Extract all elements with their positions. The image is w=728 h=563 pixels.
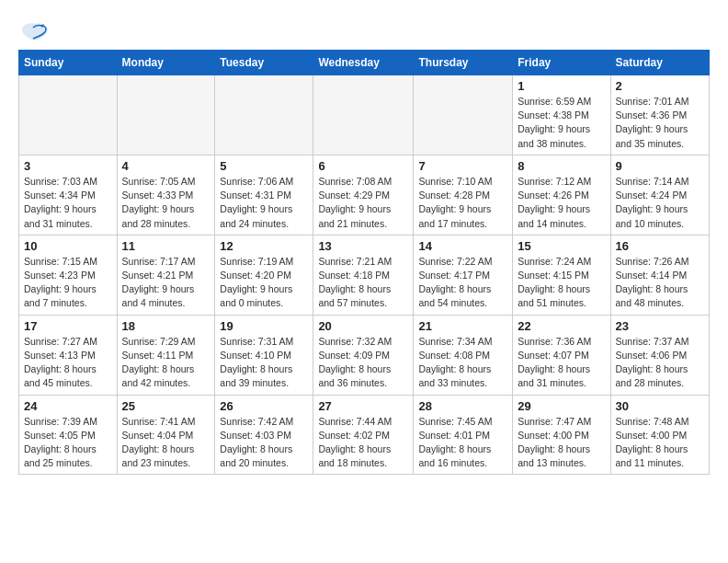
day-number: 22 [518,319,605,333]
calendar-day-cell: 30Sunrise: 7:48 AM Sunset: 4:00 PM Dayli… [610,395,710,475]
day-number: 28 [418,399,507,413]
day-info: Sunrise: 7:17 AM Sunset: 4:21 PM Dayligh… [122,255,210,311]
day-number: 3 [24,159,112,173]
day-number: 17 [24,319,112,333]
day-number: 26 [220,399,308,413]
header [18,18,710,42]
calendar-day-cell: 3Sunrise: 7:03 AM Sunset: 4:34 PM Daylig… [19,155,118,235]
day-number: 30 [616,399,705,413]
day-info: Sunrise: 7:22 AM Sunset: 4:17 PM Dayligh… [418,255,507,311]
calendar-day-cell: 18Sunrise: 7:29 AM Sunset: 4:11 PM Dayli… [117,315,215,395]
day-number: 10 [24,239,112,253]
day-number: 7 [418,159,507,173]
calendar-day-cell: 26Sunrise: 7:42 AM Sunset: 4:03 PM Dayli… [215,395,313,475]
day-info: Sunrise: 7:37 AM Sunset: 4:06 PM Dayligh… [616,335,705,391]
calendar-day-cell [19,75,118,155]
calendar-day-cell: 4Sunrise: 7:05 AM Sunset: 4:33 PM Daylig… [117,155,215,235]
calendar-day-cell: 29Sunrise: 7:47 AM Sunset: 4:00 PM Dayli… [513,395,610,475]
day-info: Sunrise: 7:26 AM Sunset: 4:14 PM Dayligh… [616,255,705,311]
day-info: Sunrise: 7:15 AM Sunset: 4:23 PM Dayligh… [24,255,112,311]
day-info: Sunrise: 7:03 AM Sunset: 4:34 PM Dayligh… [24,175,112,231]
day-info: Sunrise: 7:12 AM Sunset: 4:26 PM Dayligh… [518,175,605,231]
day-info: Sunrise: 7:36 AM Sunset: 4:07 PM Dayligh… [518,335,605,391]
calendar-day-cell: 17Sunrise: 7:27 AM Sunset: 4:13 PM Dayli… [19,315,118,395]
day-number: 8 [518,159,605,173]
day-info: Sunrise: 7:27 AM Sunset: 4:13 PM Dayligh… [24,335,112,391]
logo [18,22,50,42]
calendar-week-row: 3Sunrise: 7:03 AM Sunset: 4:34 PM Daylig… [19,155,710,235]
calendar-day-cell: 11Sunrise: 7:17 AM Sunset: 4:21 PM Dayli… [117,235,215,315]
day-number: 25 [122,399,210,413]
day-number: 12 [220,239,308,253]
calendar-week-row: 17Sunrise: 7:27 AM Sunset: 4:13 PM Dayli… [19,315,710,395]
calendar-day-cell: 1Sunrise: 6:59 AM Sunset: 4:38 PM Daylig… [513,75,610,155]
day-info: Sunrise: 7:31 AM Sunset: 4:10 PM Dayligh… [220,335,308,391]
header-wednesday: Wednesday [313,51,414,75]
calendar-day-cell: 9Sunrise: 7:14 AM Sunset: 4:24 PM Daylig… [610,155,710,235]
day-info: Sunrise: 7:34 AM Sunset: 4:08 PM Dayligh… [418,335,507,391]
day-number: 2 [616,79,705,93]
header-saturday: Saturday [610,51,710,75]
day-info: Sunrise: 7:05 AM Sunset: 4:33 PM Dayligh… [122,175,210,231]
day-number: 6 [318,159,408,173]
calendar-week-row: 1Sunrise: 6:59 AM Sunset: 4:38 PM Daylig… [19,75,710,155]
header-monday: Monday [117,51,215,75]
day-info: Sunrise: 7:45 AM Sunset: 4:01 PM Dayligh… [418,415,507,471]
day-number: 21 [418,319,507,333]
calendar-day-cell [117,75,215,155]
calendar-day-cell [215,75,313,155]
day-info: Sunrise: 7:14 AM Sunset: 4:24 PM Dayligh… [616,175,705,231]
day-info: Sunrise: 7:10 AM Sunset: 4:28 PM Dayligh… [418,175,507,231]
day-info: Sunrise: 7:19 AM Sunset: 4:20 PM Dayligh… [220,255,308,311]
header-thursday: Thursday [414,51,513,75]
calendar-day-cell: 16Sunrise: 7:26 AM Sunset: 4:14 PM Dayli… [610,235,710,315]
day-number: 15 [518,239,605,253]
day-info: Sunrise: 7:32 AM Sunset: 4:09 PM Dayligh… [318,335,408,391]
weekday-header-row: Sunday Monday Tuesday Wednesday Thursday… [19,51,710,75]
header-tuesday: Tuesday [215,51,313,75]
calendar-day-cell: 6Sunrise: 7:08 AM Sunset: 4:29 PM Daylig… [313,155,414,235]
calendar-day-cell: 28Sunrise: 7:45 AM Sunset: 4:01 PM Dayli… [414,395,513,475]
calendar-day-cell: 20Sunrise: 7:32 AM Sunset: 4:09 PM Dayli… [313,315,414,395]
calendar-day-cell: 24Sunrise: 7:39 AM Sunset: 4:05 PM Dayli… [19,395,118,475]
calendar-day-cell: 2Sunrise: 7:01 AM Sunset: 4:36 PM Daylig… [610,75,710,155]
logo-bird-icon [20,22,50,42]
day-info: Sunrise: 7:39 AM Sunset: 4:05 PM Dayligh… [24,415,112,471]
day-info: Sunrise: 7:24 AM Sunset: 4:15 PM Dayligh… [518,255,605,311]
header-friday: Friday [513,51,610,75]
day-number: 16 [616,239,705,253]
calendar-day-cell [414,75,513,155]
day-number: 1 [518,79,605,93]
day-number: 9 [616,159,705,173]
calendar-day-cell: 25Sunrise: 7:41 AM Sunset: 4:04 PM Dayli… [117,395,215,475]
calendar-week-row: 24Sunrise: 7:39 AM Sunset: 4:05 PM Dayli… [19,395,710,475]
calendar-day-cell [313,75,414,155]
day-info: Sunrise: 7:47 AM Sunset: 4:00 PM Dayligh… [518,415,605,471]
day-info: Sunrise: 7:01 AM Sunset: 4:36 PM Dayligh… [616,95,705,151]
calendar-day-cell: 5Sunrise: 7:06 AM Sunset: 4:31 PM Daylig… [215,155,313,235]
calendar-day-cell: 19Sunrise: 7:31 AM Sunset: 4:10 PM Dayli… [215,315,313,395]
day-info: Sunrise: 7:21 AM Sunset: 4:18 PM Dayligh… [318,255,408,311]
day-number: 5 [220,159,308,173]
calendar-day-cell: 14Sunrise: 7:22 AM Sunset: 4:17 PM Dayli… [414,235,513,315]
day-number: 14 [418,239,507,253]
day-info: Sunrise: 7:08 AM Sunset: 4:29 PM Dayligh… [318,175,408,231]
day-info: Sunrise: 7:44 AM Sunset: 4:02 PM Dayligh… [318,415,408,471]
calendar-day-cell: 27Sunrise: 7:44 AM Sunset: 4:02 PM Dayli… [313,395,414,475]
header-sunday: Sunday [19,51,118,75]
day-number: 18 [122,319,210,333]
calendar-day-cell: 23Sunrise: 7:37 AM Sunset: 4:06 PM Dayli… [610,315,710,395]
calendar-table: Sunday Monday Tuesday Wednesday Thursday… [18,50,710,475]
day-number: 29 [518,399,605,413]
calendar-day-cell: 8Sunrise: 7:12 AM Sunset: 4:26 PM Daylig… [513,155,610,235]
day-number: 27 [318,399,408,413]
calendar-day-cell: 21Sunrise: 7:34 AM Sunset: 4:08 PM Dayli… [414,315,513,395]
day-info: Sunrise: 7:42 AM Sunset: 4:03 PM Dayligh… [220,415,308,471]
calendar-day-cell: 13Sunrise: 7:21 AM Sunset: 4:18 PM Dayli… [313,235,414,315]
day-info: Sunrise: 7:41 AM Sunset: 4:04 PM Dayligh… [122,415,210,471]
day-number: 23 [616,319,705,333]
calendar-day-cell: 12Sunrise: 7:19 AM Sunset: 4:20 PM Dayli… [215,235,313,315]
day-number: 24 [24,399,112,413]
day-number: 20 [318,319,408,333]
day-number: 19 [220,319,308,333]
